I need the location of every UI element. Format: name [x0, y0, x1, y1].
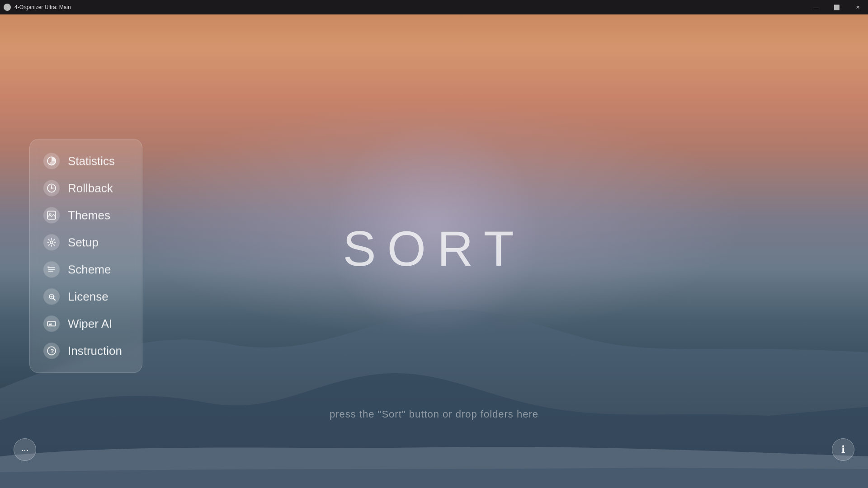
svg-point-7 — [50, 241, 53, 244]
rollback-label: Rollback — [68, 181, 113, 195]
setup-label: Setup — [68, 235, 99, 249]
menu-item-statistics[interactable]: Statistics — [39, 147, 133, 174]
menu-item-setup[interactable]: Setup — [39, 229, 133, 256]
svg-text:?: ? — [51, 347, 54, 354]
svg-text:AI: AI — [49, 323, 52, 326]
rollback-icon — [43, 180, 60, 196]
drop-hint: press the "Sort" button or drop folders … — [0, 408, 868, 420]
menu-item-license[interactable]: License — [39, 283, 133, 310]
wiper-ai-label: Wiper AI — [68, 317, 112, 331]
svg-line-14 — [53, 298, 55, 300]
scheme-icon — [43, 261, 60, 277]
minimize-button[interactable]: — — [806, 0, 826, 14]
menu-panel: Statistics Rollback Theme — [29, 139, 142, 373]
app-icon — [4, 4, 11, 11]
statistics-label: Statistics — [68, 154, 115, 168]
license-icon — [43, 288, 60, 305]
themes-label: Themes — [68, 208, 110, 222]
menu-item-rollback[interactable]: Rollback — [39, 174, 133, 202]
scheme-label: Scheme — [68, 263, 111, 277]
svg-point-4 — [51, 188, 52, 189]
instruction-label: Instruction — [68, 344, 122, 358]
close-button[interactable]: ✕ — [847, 0, 868, 14]
maximize-button[interactable]: ⬜ — [826, 0, 847, 14]
menu-item-themes[interactable]: Themes — [39, 202, 133, 229]
themes-icon — [43, 207, 60, 223]
setup-icon — [43, 234, 60, 250]
main-content: SORT press the "Sort" button or drop fol… — [0, 14, 868, 488]
window-controls: — ⬜ ✕ — [806, 0, 868, 14]
sort-button[interactable]: SORT — [343, 220, 525, 277]
menu-item-wiper-ai[interactable]: AI Wiper AI — [39, 310, 133, 337]
svg-rect-11 — [47, 266, 49, 268]
more-button[interactable]: ··· — [14, 438, 36, 461]
wiper-ai-icon: AI — [43, 315, 60, 332]
instruction-icon: ? — [43, 343, 60, 359]
menu-item-instruction[interactable]: ? Instruction — [39, 337, 133, 364]
titlebar: 4-Organizer Ultra: Main — ⬜ ✕ — [0, 0, 868, 14]
info-button[interactable]: ℹ — [832, 438, 854, 461]
license-label: License — [68, 290, 108, 304]
window-title: 4-Organizer Ultra: Main — [14, 4, 806, 10]
statistics-icon — [43, 153, 60, 169]
menu-item-scheme[interactable]: Scheme — [39, 256, 133, 283]
